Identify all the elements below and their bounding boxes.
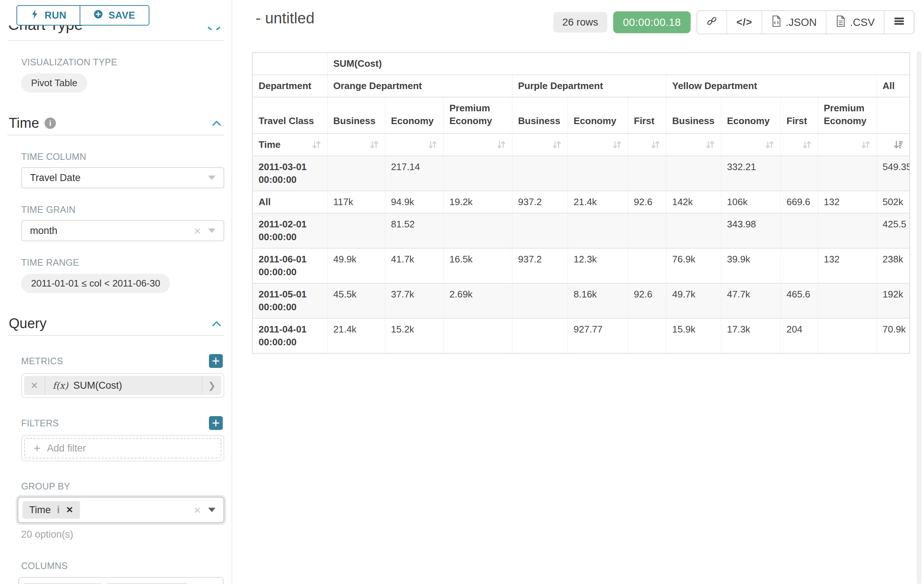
export-json-button[interactable]: .JSON xyxy=(761,11,826,34)
time-section-title: Time xyxy=(9,115,39,131)
scrollbar[interactable] xyxy=(917,51,921,584)
column-sort-header[interactable] xyxy=(385,133,443,156)
metrics-label-row: METRICS xyxy=(21,354,223,368)
remove-icon[interactable]: ✕ xyxy=(66,505,73,515)
chevron-down-icon xyxy=(208,176,216,180)
menu-button[interactable] xyxy=(884,11,914,34)
add-filter-plus-button[interactable] xyxy=(209,416,223,430)
pivot-cell: 15.2k xyxy=(385,318,443,353)
pivot-row: All117k94.9k19.2k937.221.4k92.6142k106k6… xyxy=(252,191,910,213)
time-column-value: Travel Date xyxy=(30,172,81,184)
info-icon: i xyxy=(57,504,60,516)
column-sort-header[interactable] xyxy=(818,133,876,156)
department-group-header: Purple Department xyxy=(512,75,666,97)
pivot-row: 2011-06-01 00:00:0049.9k41.7k16.5k937.21… xyxy=(252,248,910,283)
column-sort-header[interactable] xyxy=(666,133,721,156)
page-title[interactable]: - untitled xyxy=(256,10,314,27)
metric-main: f(x) SUM(Cost) xyxy=(45,380,201,391)
code-icon: </> xyxy=(736,16,752,28)
row-label: 2011-03-01 00:00:00 xyxy=(252,156,327,191)
pivot-cell xyxy=(818,283,876,318)
pivot-cell xyxy=(780,213,818,248)
chevron-down-icon xyxy=(208,508,216,512)
time-grain-value: month xyxy=(30,225,57,237)
json-file-icon xyxy=(771,15,782,30)
filters-label-row: FILTERS xyxy=(21,416,223,430)
clear-icon[interactable]: × xyxy=(194,504,201,516)
chevron-down-icon xyxy=(208,229,216,233)
sort-icon xyxy=(312,140,322,150)
filters-label: FILTERS xyxy=(21,418,59,429)
pivot-cell xyxy=(780,248,818,283)
row-label: 2011-02-01 00:00:00 xyxy=(252,213,327,248)
pivot-head: SUM(Cost)DepartmentOrange DepartmentPurp… xyxy=(252,53,910,156)
column-sort-header[interactable] xyxy=(512,133,568,156)
column-sort-header[interactable] xyxy=(327,133,385,156)
link-icon xyxy=(706,16,717,29)
viz-type-value[interactable]: Pivot Table xyxy=(21,73,87,93)
group-by-select[interactable]: Time i ✕ × xyxy=(18,497,224,523)
column-sort-header[interactable] xyxy=(568,133,628,156)
row-label: 2011-04-01 00:00:00 xyxy=(252,318,327,353)
metric-pill[interactable]: ✕ f(x) SUM(Cost) ❯ xyxy=(24,376,221,395)
pivot-cell: 81.52 xyxy=(385,213,443,248)
pivot-row: 2011-05-01 00:00:0045.5k37.7k2.69k8.16k9… xyxy=(252,283,910,318)
section-divider xyxy=(7,135,224,135)
column-sort-header[interactable] xyxy=(443,133,512,156)
pivot-cell xyxy=(568,213,628,248)
time-range-value[interactable]: 2011-01-01 ≤ col < 2011-06-30 xyxy=(21,274,170,293)
add-filter-button[interactable]: + Add filter xyxy=(24,438,221,459)
save-button[interactable]: SAVE xyxy=(79,5,149,26)
remove-metric-icon[interactable]: ✕ xyxy=(24,376,45,395)
export-csv-button[interactable]: .CSV xyxy=(826,11,884,34)
pivot-cell xyxy=(512,156,568,191)
group-by-pill[interactable]: Time i ✕ xyxy=(23,501,80,519)
pivot-cell: 106k xyxy=(721,191,780,213)
pivot-cell: 12.3k xyxy=(568,248,628,283)
add-metric-button[interactable] xyxy=(209,354,223,368)
column-sort-header[interactable] xyxy=(876,133,910,156)
pivot-cell xyxy=(628,318,666,353)
time-label: Time xyxy=(259,138,280,151)
pivot-cell: 132 xyxy=(818,248,876,283)
row-count-badge: 26 rows xyxy=(553,12,607,33)
pivot-cell: 238k xyxy=(876,248,910,283)
sort-desc-icon xyxy=(893,140,904,150)
pivot-cell: 8.16k xyxy=(568,283,628,318)
column-sort-header[interactable] xyxy=(721,133,780,156)
view-query-button[interactable]: </> xyxy=(726,11,761,34)
time-column-select[interactable]: Travel Date xyxy=(21,167,224,188)
pivot-cell: 425.5 xyxy=(876,213,910,248)
time-grain-select[interactable]: month × xyxy=(21,220,224,241)
pivot-cell xyxy=(512,283,568,318)
chevron-up-icon[interactable] xyxy=(211,320,222,328)
explore-page: RUN SAVE Chart Type VISUALIZATION TYPE P… xyxy=(0,0,924,584)
pivot-cell: 549.35 xyxy=(876,156,910,191)
sort-icon xyxy=(552,140,562,150)
pivot-cell: 16.5k xyxy=(443,248,512,283)
pivot-cell: 2.69k xyxy=(443,283,512,318)
columns-label: COLUMNS xyxy=(21,561,231,571)
chart-panel: - untitled 26 rows 00:00:00.18 </> xyxy=(233,0,924,584)
chevron-up-icon[interactable] xyxy=(211,119,222,127)
plus-icon: + xyxy=(34,443,41,454)
sort-icon xyxy=(369,140,379,150)
columns-select[interactable]: Department✕Travel Class✕ × xyxy=(18,577,223,584)
column-sort-header[interactable] xyxy=(628,133,666,156)
pivot-cell xyxy=(443,213,512,248)
chevron-right-icon[interactable]: ❯ xyxy=(201,376,221,395)
share-link-button[interactable] xyxy=(697,11,726,34)
chevron-up-icon[interactable] xyxy=(207,26,221,31)
sort-icon xyxy=(650,140,660,150)
time-sort-header[interactable]: Time xyxy=(252,133,327,156)
run-button[interactable]: RUN xyxy=(16,5,80,26)
sort-icon xyxy=(705,140,715,150)
pivot-cell: 39.9k xyxy=(721,248,780,283)
travel-class-header: Business xyxy=(666,97,721,133)
clear-icon[interactable]: × xyxy=(194,225,201,237)
pivot-cell xyxy=(443,156,512,191)
pivot-cell: 76.9k xyxy=(666,248,721,283)
column-sort-header[interactable] xyxy=(780,133,818,156)
pivot-table: SUM(Cost)DepartmentOrange DepartmentPurp… xyxy=(252,52,910,354)
run-save-button-row: RUN SAVE xyxy=(16,5,149,26)
